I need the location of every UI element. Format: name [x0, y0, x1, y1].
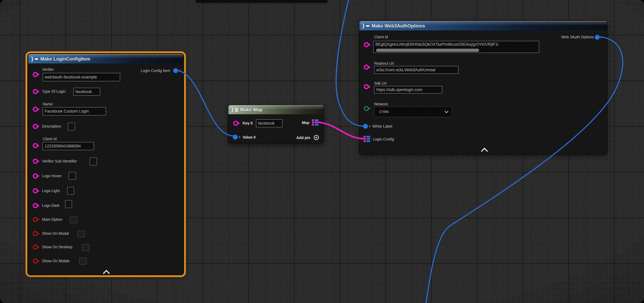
- node-title: Make Map: [240, 107, 262, 112]
- description-label: Description: [42, 124, 61, 128]
- node-make-web3authoptions[interactable]: } Make Web3AuthOptions Web 3Auth Options…: [359, 21, 607, 154]
- add-pin-label[interactable]: Add pin: [296, 136, 310, 140]
- add-pin-icon[interactable]: +: [314, 135, 319, 140]
- client-id-pin[interactable]: [364, 42, 369, 47]
- show-on-mobile-checkbox[interactable]: [79, 258, 86, 264]
- client-id-label: Client Id: [43, 137, 57, 141]
- show-on-modal-checkbox[interactable]: [78, 230, 85, 237]
- value0-pin[interactable]: [233, 135, 238, 140]
- client-id-text: BEglQSgt4cUWcj6SKRdu5QkOXTsePmMcusG5EAoy…: [375, 42, 498, 47]
- main-option-pin[interactable]: [33, 217, 38, 222]
- client-id-pin[interactable]: [33, 143, 38, 148]
- verifier-pin[interactable]: [33, 72, 38, 77]
- network-label: Network: [374, 102, 388, 106]
- show-on-desktop-checkbox[interactable]: [82, 244, 89, 251]
- verifier-sub-identifier-pin[interactable]: [33, 159, 38, 164]
- key0-input[interactable]: facebook: [256, 119, 282, 127]
- name-label: Name: [43, 102, 53, 106]
- client-id-scrollbar[interactable]: [376, 49, 479, 52]
- verifier-input[interactable]: web3auth-facebook-example: [43, 73, 120, 81]
- show-on-mobile-pin[interactable]: [33, 258, 38, 264]
- main-option-label: Main Option: [42, 217, 62, 222]
- blueprint-graph-editor: } Make LoginConfigItem Login Config Item…: [0, 0, 644, 303]
- chevron-down-icon: [444, 110, 448, 113]
- description-pin[interactable]: [33, 124, 38, 129]
- redirect-url-pin[interactable]: [364, 65, 369, 70]
- redirect-url-label: Redirect Url: [374, 61, 394, 66]
- verifier-label: Verifier: [42, 67, 54, 72]
- network-pin[interactable]: [364, 106, 369, 111]
- logo-dark-pin[interactable]: [33, 203, 38, 208]
- client-id-label: Client Id: [374, 35, 388, 39]
- show-on-modal-label: Show On Modal: [42, 231, 69, 236]
- key0-pin[interactable]: [233, 121, 238, 126]
- show-on-desktop-label: Show On Desktop: [42, 245, 72, 249]
- network-selected-value: CYAN: [379, 110, 388, 114]
- type-of-login-label: Type Of Login: [42, 89, 66, 94]
- verifier-sub-identifier-label: Verifier Sub Identifier: [42, 159, 77, 163]
- logo-dark-input[interactable]: [65, 200, 72, 208]
- redirect-url-input[interactable]: w3a://com.w3a.Web3AuthUnreal: [374, 66, 458, 74]
- network-dropdown[interactable]: CYAN: [374, 106, 452, 117]
- collapse-node-chevron[interactable]: [481, 148, 488, 155]
- make-map-icon: }: [231, 107, 238, 112]
- name-input[interactable]: Facebook Custom Login: [43, 107, 106, 116]
- login-config-pin[interactable]: [364, 136, 370, 142]
- key0-label: Key 0: [243, 121, 253, 125]
- make-struct-icon: }: [362, 23, 370, 29]
- sdk-url-pin[interactable]: [364, 84, 369, 89]
- node-title: Make Web3AuthOptions: [372, 23, 425, 29]
- description-input[interactable]: [68, 123, 75, 130]
- show-on-modal-pin[interactable]: [33, 231, 38, 236]
- type-of-login-input[interactable]: facebook: [73, 88, 100, 96]
- show-on-desktop-pin[interactable]: [33, 244, 38, 250]
- logo-light-label: Logo Light: [42, 188, 60, 193]
- logo-hover-input[interactable]: [68, 172, 76, 180]
- node-header[interactable]: } Make Web3AuthOptions: [360, 21, 607, 30]
- map-output-label: Map: [302, 120, 309, 125]
- node-make-loginconfigitem[interactable]: } Make LoginConfigItem Login Config Item…: [28, 54, 184, 274]
- logo-dark-label: Logo Dark: [42, 203, 60, 208]
- verifier-sub-identifier-input[interactable]: [90, 157, 97, 165]
- logo-hover-pin[interactable]: [33, 174, 38, 178]
- white-label-label: White Label: [372, 124, 392, 128]
- login-config-label: Login Config: [373, 137, 394, 142]
- client-id-input[interactable]: 1222658941886084: [42, 142, 94, 150]
- type-of-login-pin[interactable]: [33, 89, 38, 94]
- sdk-url-label: Sdk Url: [374, 81, 386, 86]
- main-option-checkbox[interactable]: [70, 216, 77, 223]
- logo-light-input[interactable]: [67, 187, 74, 195]
- show-on-mobile-label: Show On Mobile: [42, 259, 70, 263]
- logo-hover-label: Logo Hover: [42, 174, 62, 178]
- name-pin[interactable]: [33, 107, 38, 112]
- node-make-map[interactable]: } Make Map Key 0 facebook Map Value 0 Ad…: [228, 105, 324, 144]
- output-pin-label: Login Config Item: [141, 68, 170, 73]
- make-struct-icon: }: [31, 56, 38, 62]
- offscreen-node-bottom-edge: [196, 0, 328, 2]
- white-label-pin[interactable]: [363, 124, 368, 129]
- node-header[interactable]: } Make Map: [228, 105, 324, 114]
- node-header[interactable]: } Make LoginConfigItem: [28, 54, 183, 64]
- logo-light-pin[interactable]: [33, 188, 38, 194]
- node-title: Make LoginConfigItem: [40, 56, 90, 62]
- sdk-url-input[interactable]: https://sdk.openlogin.com: [374, 86, 442, 94]
- value0-label: Value 0: [243, 135, 256, 140]
- web3auth-options-output-pin[interactable]: [595, 35, 600, 40]
- output-pin-label: Web 3Auth Options: [561, 35, 594, 39]
